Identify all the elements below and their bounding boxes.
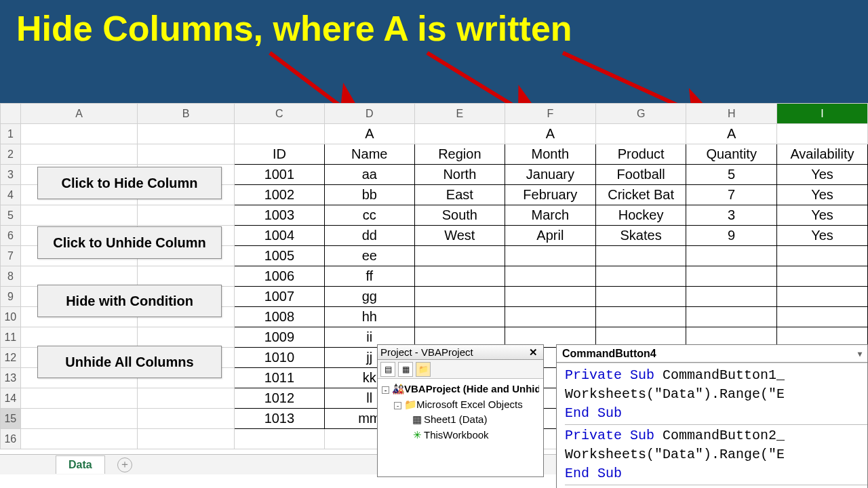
cell-C7[interactable]: 1005 <box>234 246 324 266</box>
cell-C2[interactable]: ID <box>234 144 324 165</box>
cell-C1[interactable] <box>234 124 324 144</box>
cell-G3[interactable]: Football <box>595 165 686 185</box>
column-header-E[interactable]: E <box>414 104 505 124</box>
column-header-D[interactable]: D <box>324 104 414 124</box>
cell-H3[interactable]: 5 <box>686 165 776 185</box>
column-header-H[interactable]: H <box>686 104 776 124</box>
tree-folder[interactable]: Microsoft Excel Objects <box>416 399 523 410</box>
row-header[interactable]: 10 <box>1 307 21 327</box>
cell-H9[interactable] <box>686 287 776 307</box>
cell-B2[interactable] <box>138 144 234 165</box>
cell-B15[interactable] <box>138 409 234 429</box>
cell-G6[interactable]: Skates <box>595 226 686 246</box>
cell-F8[interactable] <box>505 266 595 287</box>
cell-E2[interactable]: Region <box>414 144 505 165</box>
column-header-A[interactable]: A <box>20 104 138 124</box>
row-header[interactable]: 6 <box>1 226 21 246</box>
view-code-icon[interactable]: ▤ <box>380 362 395 377</box>
row-header[interactable]: 9 <box>1 287 21 307</box>
tree-workbook[interactable]: ThisWorkbook <box>424 429 489 441</box>
cell-H4[interactable]: 7 <box>686 185 776 205</box>
cell-A5[interactable] <box>20 205 138 226</box>
cell-G5[interactable]: Hockey <box>595 205 686 226</box>
cell-G1[interactable] <box>595 124 686 144</box>
cell-H5[interactable]: 3 <box>686 205 776 226</box>
close-icon[interactable]: ✕ <box>526 346 540 359</box>
row-header[interactable]: 4 <box>1 185 21 205</box>
object-dropdown[interactable]: CommandButton4 <box>557 345 867 363</box>
cell-A1[interactable] <box>20 124 138 144</box>
cell-C8[interactable]: 1006 <box>234 266 324 287</box>
column-header-G[interactable]: G <box>595 104 686 124</box>
cell-E5[interactable]: South <box>414 205 505 226</box>
cell-E3[interactable]: North <box>414 165 505 185</box>
cell-H6[interactable]: 9 <box>686 226 776 246</box>
cell-F7[interactable] <box>505 246 595 266</box>
cell-I8[interactable] <box>776 266 867 287</box>
cell-I9[interactable] <box>776 287 867 307</box>
cell-D2[interactable]: Name <box>324 144 414 165</box>
cell-D1[interactable]: A <box>324 124 414 144</box>
cell-D3[interactable]: aa <box>324 165 414 185</box>
row-header[interactable]: 5 <box>1 205 21 226</box>
vba-project-explorer[interactable]: Project - VBAProject ✕ ▤ ▦ 📁 -🎎VBAProjec… <box>377 344 544 477</box>
cell-I3[interactable]: Yes <box>776 165 867 185</box>
row-header[interactable]: 3 <box>1 165 21 185</box>
cell-D8[interactable]: ff <box>324 266 414 287</box>
cell-E7[interactable] <box>414 246 505 266</box>
cell-E1[interactable] <box>414 124 505 144</box>
sheet-tab-data[interactable]: Data <box>56 455 105 474</box>
cell-C6[interactable]: 1004 <box>234 226 324 246</box>
cell-F6[interactable]: April <box>505 226 595 246</box>
cell-C10[interactable]: 1008 <box>234 307 324 327</box>
row-header[interactable]: 1 <box>1 124 21 144</box>
cell-E10[interactable] <box>414 307 505 327</box>
cell-B11[interactable] <box>138 327 234 348</box>
cell-A8[interactable] <box>20 266 138 287</box>
cell-F5[interactable]: March <box>505 205 595 226</box>
cell-D6[interactable]: dd <box>324 226 414 246</box>
toggle-folders-icon[interactable]: 📁 <box>416 362 431 377</box>
cell-I5[interactable]: Yes <box>776 205 867 226</box>
cell-D5[interactable]: cc <box>324 205 414 226</box>
cell-I6[interactable]: Yes <box>776 226 867 246</box>
hide-with-condition-button[interactable]: Hide with Condition <box>37 285 222 317</box>
cell-C14[interactable]: 1012 <box>234 388 324 409</box>
cell-I7[interactable] <box>776 246 867 266</box>
cell-D4[interactable]: bb <box>324 185 414 205</box>
row-header[interactable]: 8 <box>1 266 21 287</box>
cell-H7[interactable] <box>686 246 776 266</box>
cell-B14[interactable] <box>138 388 234 409</box>
add-sheet-button[interactable]: ＋ <box>117 458 132 472</box>
project-tree[interactable]: -🎎VBAProject (Hide and Unhide -📁Microsof… <box>378 379 543 445</box>
column-header-F[interactable]: F <box>505 104 595 124</box>
cell-F9[interactable] <box>505 287 595 307</box>
code-editor[interactable]: Private Sub CommandButton1_Worksheets("D… <box>557 363 867 488</box>
cell-C13[interactable]: 1011 <box>234 368 324 388</box>
cell-A15[interactable] <box>20 409 138 429</box>
vba-code-pane[interactable]: CommandButton4 Private Sub CommandButton… <box>556 344 868 488</box>
cell-A11[interactable] <box>20 327 138 348</box>
cell-E9[interactable] <box>414 287 505 307</box>
row-header[interactable]: 11 <box>1 327 21 348</box>
cell-E8[interactable] <box>414 266 505 287</box>
cell-I1[interactable] <box>776 124 867 144</box>
cell-G4[interactable]: Cricket Bat <box>595 185 686 205</box>
cell-G7[interactable] <box>595 246 686 266</box>
cell-C5[interactable]: 1003 <box>234 205 324 226</box>
unhide-all-columns-button[interactable]: Unhide All Columns <box>37 346 222 378</box>
row-header[interactable]: 2 <box>1 144 21 165</box>
cell-F1[interactable]: A <box>505 124 595 144</box>
cell-C15[interactable]: 1013 <box>234 409 324 429</box>
cell-F4[interactable]: February <box>505 185 595 205</box>
cell-C4[interactable]: 1002 <box>234 185 324 205</box>
row-header[interactable]: 14 <box>1 388 21 409</box>
cell-G2[interactable]: Product <box>595 144 686 165</box>
cell-G9[interactable] <box>595 287 686 307</box>
cell-H2[interactable]: Quantity <box>686 144 776 165</box>
tree-root[interactable]: VBAProject (Hide and Unhide <box>404 383 539 394</box>
unhide-column-button[interactable]: Click to Unhide Column <box>37 226 222 259</box>
cell-F10[interactable] <box>505 307 595 327</box>
cell-I4[interactable]: Yes <box>776 185 867 205</box>
row-header[interactable]: 13 <box>1 368 21 388</box>
